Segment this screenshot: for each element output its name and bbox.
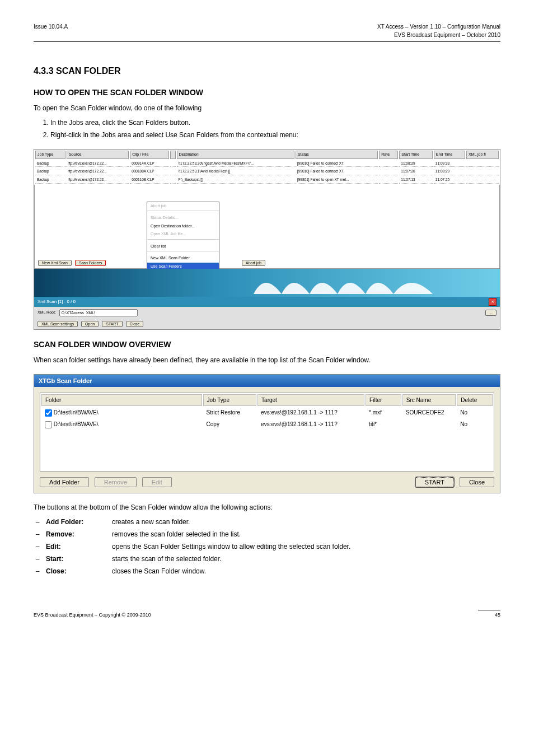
scan-folder-buttons: Add Folder Remove Edit START Close [40,477,494,487]
scan-folder-window: XTGb Scan Folder Folder Job Type Target … [34,374,500,494]
footer-left: EVS Broadcast Equipment – Copyright © 20… [34,612,151,619]
page-number: 45 [478,610,500,619]
scan-row[interactable]: D:\test\in\BWAVE\Copyevs:evs!@192.168.1.… [41,419,493,430]
xml-root-label: XML Root: [38,310,56,316]
brand-banner [34,269,500,297]
browse-button[interactable]: ... [485,310,496,316]
subheading-overview: SCAN FOLDER WINDOW OVERVIEW [34,339,500,351]
edit-button: Edit [142,477,172,487]
job-row[interactable]: Backupftp://evs:evs!@172.22...000110B.CL… [35,176,499,184]
scan-folders-button[interactable]: Scan Folders [75,260,106,266]
menu-abort: Abort job [147,202,219,211]
page-header: Issue 10.04.A XT Access – Version 1.10 –… [34,22,500,39]
menu-open-xml: Open XML Job file... [147,230,219,239]
xml-scan-root-row: XML Root: ... [34,307,500,319]
col-source[interactable]: Source [67,151,129,159]
col-rate[interactable]: Rate [379,151,398,159]
xml-root-input[interactable] [59,309,138,316]
col-end[interactable]: End Time [434,151,465,159]
remove-button: Remove [95,477,137,487]
overview-paragraph: When scan folder settings have already b… [34,355,500,365]
col-clip[interactable]: Clip / File [130,151,168,159]
job-row[interactable]: Backupftp://evs:evs!@172.22...000914A.CL… [35,160,499,167]
action-item: –Start:starts the scan of the selected f… [34,554,500,564]
step-2: Right-click in the Jobs area and select … [50,130,500,140]
jobs-body: Abort job Status Details... Open Destina… [34,185,500,269]
col-destination[interactable]: Destination [177,151,294,159]
col-start[interactable]: Start Time [399,151,433,159]
steps-list: In the Jobs area, click the Scan Folders… [50,118,500,140]
action-item: –Add Folder:creates a new scan folder. [34,517,500,527]
action-item: –Edit:opens the Scan Folder Settings win… [34,542,500,552]
scan-folder-grid: Folder Job Type Target Filter Src Name D… [40,393,494,472]
app-screenshot-jobs: Job Type Source Clip / File Destination … [34,149,500,330]
col-status[interactable]: Status [296,151,378,159]
new-xml-scan-button[interactable]: New Xml Scan [38,260,72,266]
step-1: In the Jobs area, click the Scan Folders… [50,118,500,128]
col-target[interactable]: Target [257,394,364,406]
col-jobtype2[interactable]: Job Type [203,394,257,406]
jobs-grid: Job Type Source Clip / File Destination … [34,150,500,185]
close-icon[interactable]: × [489,298,496,306]
page-footer: EVS Broadcast Equipment – Copyright © 20… [34,610,500,619]
col-folder[interactable]: Folder [41,394,202,406]
row-checkbox[interactable] [45,409,52,417]
start-button[interactable]: START [102,321,122,327]
col-delete[interactable]: Delete [457,394,493,406]
header-left: Issue 10.04.A [34,22,68,39]
job-row[interactable]: Backupftp://evs:evs!@172.22...000108A.CL… [35,168,499,175]
subheading-open: HOW TO OPEN THE SCAN FOLDER WINDOW [34,87,500,99]
menu-clear-list[interactable]: Clear list [147,242,219,251]
start-scan-button[interactable]: START [415,477,454,487]
context-menu: Abort job Status Details... Open Destina… [147,202,219,279]
actions-list: –Add Folder:creates a new scan folder.–R… [34,517,500,576]
menu-open-dest[interactable]: Open Destination folder... [147,222,219,231]
menu-status-details: Status Details... [147,214,219,222]
xml-scan-buttons: XML Scan settings Open START Close [34,319,500,329]
add-folder-button[interactable]: Add Folder [40,477,89,487]
close-scan-button[interactable]: Close [460,477,494,487]
col-jobtype[interactable]: Job Type [35,151,65,159]
action-item: –Close:closes the Scan Folder window. [34,566,500,576]
col-srcname[interactable]: Src Name [402,394,456,406]
col-filter[interactable]: Filter [366,394,401,406]
open-button[interactable]: Open [81,321,99,327]
xml-scan-titlebar: Xml Scan [1] - 0 / 0 × [34,297,500,307]
xml-scan-settings-button[interactable]: XML Scan settings [38,321,78,327]
notes-intro: The buttons at the bottom of the Scan Fo… [34,502,500,512]
header-rule [34,41,500,42]
close-button[interactable]: Close [126,321,144,327]
section-title: 4.3.3 SCAN FOLDER [34,64,500,78]
action-item: –Remove:removes the scan folder selected… [34,529,500,539]
row-checkbox[interactable] [45,421,52,428]
abort-job-button[interactable]: Abort job [242,260,265,266]
menu-new-scan[interactable]: New XML Scan Folder [147,254,219,263]
intro-paragraph: To open the Scan Folder window, do one o… [34,103,500,113]
header-right: XT Access – Version 1.10 – Configuration… [377,22,500,39]
col-xmljob[interactable]: XML job fi [466,151,499,159]
xml-scan-title: Xml Scan [1] - 0 / 0 [38,298,76,305]
scan-row[interactable]: D:\test\in\BWAVE\Strict Restoreevs:evs!@… [41,407,493,418]
scan-folder-titlebar: XTGb Scan Folder [34,375,500,388]
